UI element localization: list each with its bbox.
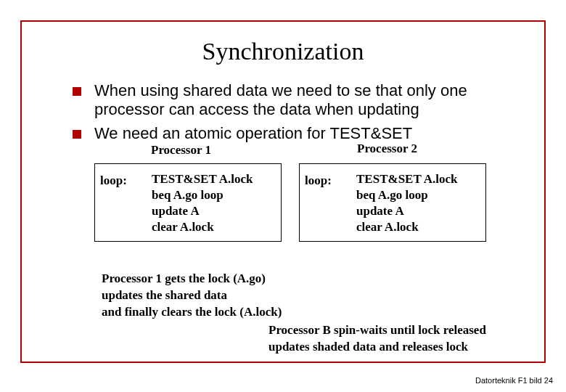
slide-frame: Synchronization When using shared data w… bbox=[20, 20, 546, 363]
processor-diagram: Processor 1 Processor 2 TEST&SET A.lock … bbox=[44, 143, 522, 266]
slide-title: Synchronization bbox=[44, 38, 522, 65]
note-processor-1: Processor 1 gets the lock (A.go) updates… bbox=[102, 271, 522, 321]
processor-2-code: TEST&SET A.lock beq A.go loop update A c… bbox=[356, 171, 458, 235]
bullet-item: When using shared data we need to se tha… bbox=[73, 81, 522, 120]
slide: Synchronization When using shared data w… bbox=[0, 0, 566, 392]
bullet-item: We need an atomic operation for TEST&SET bbox=[73, 124, 522, 143]
processor-2-loop-label: loop: bbox=[305, 173, 332, 188]
bullet-text: We need an atomic operation for TEST&SET bbox=[94, 124, 412, 143]
bullet-text: When using shared data we need to se tha… bbox=[94, 81, 522, 120]
processor-1-label: Processor 1 bbox=[151, 143, 211, 158]
bullet-list: When using shared data we need to se tha… bbox=[73, 81, 522, 143]
processor-1-loop-label: loop: bbox=[100, 173, 127, 188]
square-bullet-icon bbox=[73, 130, 81, 139]
explanatory-notes: Processor 1 gets the lock (A.go) updates… bbox=[44, 271, 522, 356]
processor-1-code: TEST&SET A.lock beq A.go loop update A c… bbox=[152, 171, 253, 235]
slide-footer: Datorteknik F1 bild 24 bbox=[475, 376, 553, 385]
square-bullet-icon bbox=[73, 87, 81, 96]
processor-2-label: Processor 2 bbox=[357, 142, 417, 156]
note-processor-b: Processor B spin-waits until lock releas… bbox=[268, 322, 522, 356]
